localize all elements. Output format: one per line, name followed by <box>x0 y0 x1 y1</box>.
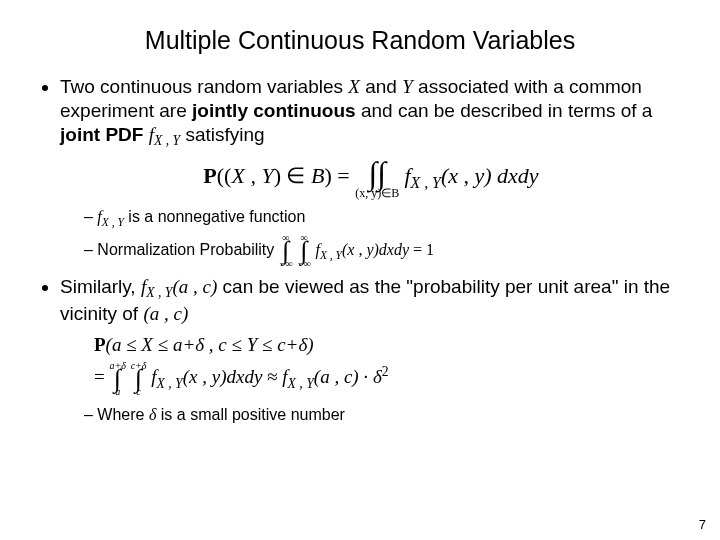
sub-bullet-delta: Where δ is a small positive number <box>84 405 682 425</box>
integral-c-icon: c+δ ∫ c <box>131 361 147 397</box>
fxy-ac-inline: fX , Y(a , c) <box>141 276 217 297</box>
bullet-1-text-6: satisfying <box>180 124 264 145</box>
sym-y: Y <box>402 76 413 97</box>
integral-1-icon: ∞ ∫ −∞ <box>279 233 293 269</box>
fxy-inline: fX , Y <box>149 124 181 145</box>
page-number: 7 <box>699 517 706 532</box>
bullet-1-text-1: Two continuous random variables <box>60 76 348 97</box>
sub-bullet-nonneg: fX , Y is a nonnegative function <box>84 207 682 229</box>
bullet-2: Similarly, fX , Y(a , c) can be viewed a… <box>60 275 682 425</box>
bullet-list: Two continuous random variables X and Y … <box>38 75 682 425</box>
bullet-1-bold-1: jointly continuous <box>192 100 356 121</box>
sub-list-1: fX , Y is a nonnegative function Normali… <box>60 207 682 269</box>
bullet-1-text-2: and <box>360 76 402 97</box>
ac-inline: (a , c) <box>143 303 188 324</box>
equation-1: P((X , Y) ∈ B) = ∫∫ (x, y)∈B fX , Y(x , … <box>60 157 682 199</box>
slide: Multiple Continuous Random Variables Two… <box>0 0 720 540</box>
sym-x: X <box>348 76 360 97</box>
bullet-1-bold-2: joint PDF <box>60 124 143 145</box>
double-integral-icon: ∫∫ (x, y)∈B <box>355 157 399 199</box>
sub-list-2: Where δ is a small positive number <box>60 405 682 425</box>
integral-2-icon: ∞ ∫ −∞ <box>297 233 311 269</box>
slide-title: Multiple Continuous Random Variables <box>38 26 682 55</box>
bullet-2-text-1: Similarly, <box>60 276 141 297</box>
equation-2: P(a ≤ X ≤ a+δ , c ≤ Y ≤ c+δ) = a+δ ∫ a c… <box>60 333 682 397</box>
sub-bullet-normalization: Normalization Probability ∞ ∫ −∞ ∞ ∫ −∞ … <box>84 233 682 269</box>
bullet-1-text-4: and can be described in terms of a <box>356 100 653 121</box>
integral-a-icon: a+δ ∫ a <box>109 361 125 397</box>
bullet-1: Two continuous random variables X and Y … <box>60 75 682 269</box>
